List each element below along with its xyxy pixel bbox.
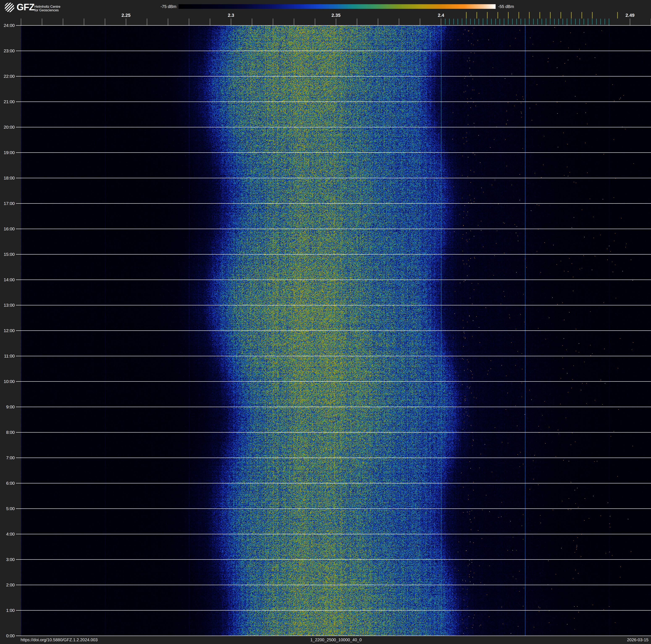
bluetooth-channel-tick — [462, 19, 462, 25]
bluetooth-channel-tick — [458, 19, 458, 25]
frequency-minor-tick — [336, 19, 336, 25]
wifi-channel-tick — [529, 12, 530, 19]
hour-gridline — [16, 280, 651, 280]
colorbar-min-label: -75 dBm — [145, 4, 177, 9]
wifi-channel-tick — [571, 12, 571, 19]
bluetooth-channel-tick — [470, 19, 471, 25]
time-tick-label: 12:00 — [0, 328, 15, 333]
frequency-minor-tick — [630, 19, 630, 25]
bluetooth-channel-tick — [609, 19, 609, 25]
bluetooth-channel-tick — [512, 19, 513, 25]
wifi-channel-tick — [497, 12, 498, 19]
hour-gridline — [16, 559, 651, 560]
hour-gridline — [16, 407, 651, 407]
time-tick-label: 9:00 — [0, 404, 15, 409]
hour-gridline — [16, 127, 651, 127]
time-tick-label: 15:00 — [0, 252, 15, 257]
logo-org-line1: Helmholtz Centre — [34, 5, 60, 8]
time-tick-label: 5:00 — [0, 506, 15, 511]
time-tick-label: 1:00 — [0, 608, 15, 613]
frequency-tick-label: 2.3 — [220, 12, 242, 18]
frequency-minor-tick — [252, 19, 252, 25]
bluetooth-channel-tick — [588, 19, 588, 25]
hour-gridline — [16, 636, 651, 636]
bluetooth-channel-tick — [517, 19, 517, 25]
bluetooth-channel-tick — [596, 19, 597, 25]
bluetooth-channel-tick — [541, 19, 542, 25]
time-tick-label: 18:00 — [0, 176, 15, 180]
bluetooth-channel-tick — [554, 19, 555, 25]
hour-gridline — [16, 330, 651, 331]
spectrogram-page: GFZ Helmholtz Centre for Geosciences -75… — [0, 0, 651, 644]
time-tick-label: 6:00 — [0, 481, 15, 486]
bluetooth-channel-tick — [478, 19, 479, 25]
hour-gridline — [16, 51, 651, 51]
bluetooth-channel-tick — [546, 19, 546, 25]
frequency-tick-label: 2.49 — [620, 12, 641, 18]
hour-gridline — [16, 152, 651, 153]
bluetooth-channel-tick — [558, 19, 559, 25]
colorbar-max-label: -55 dBm — [498, 4, 530, 9]
time-tick-label: 4:00 — [0, 531, 15, 536]
frequency-minor-tick — [63, 19, 63, 25]
frequency-minor-tick — [357, 19, 357, 25]
wifi-channel-tick — [539, 12, 540, 19]
bluetooth-channel-tick — [466, 19, 466, 25]
frequency-minor-tick — [210, 19, 210, 25]
frequency-minor-tick — [168, 19, 168, 25]
bluetooth-channel-tick — [495, 19, 496, 25]
wifi-channel-tick — [550, 12, 551, 19]
time-tick-label: 21:00 — [0, 99, 15, 104]
bluetooth-channel-tick — [584, 19, 584, 25]
time-tick-label: 0:00 — [0, 633, 15, 638]
logo-brand-text: GFZ — [17, 2, 34, 12]
bluetooth-channel-tick — [521, 19, 521, 25]
time-tick-label: 14:00 — [0, 277, 15, 282]
frequency-minor-tick — [84, 19, 84, 25]
bluetooth-channel-tick — [600, 19, 601, 25]
hour-gridline — [16, 178, 651, 178]
frequency-tick-label: 2.25 — [116, 12, 136, 18]
hour-gridline — [16, 229, 651, 229]
bluetooth-channel-tick — [504, 19, 504, 25]
time-tick-label: 17:00 — [0, 201, 15, 206]
bluetooth-channel-tick — [550, 19, 550, 25]
wifi-channel-tick — [560, 12, 561, 19]
bluetooth-channel-tick — [508, 19, 508, 25]
time-tick-label: 16:00 — [0, 226, 15, 231]
time-tick-label: 20:00 — [0, 125, 15, 130]
gfz-globe-icon — [5, 2, 14, 12]
bluetooth-channel-tick — [592, 19, 592, 25]
time-tick-label: 19:00 — [0, 150, 15, 155]
frequency-minor-tick — [126, 19, 126, 25]
frequency-minor-tick — [378, 19, 378, 25]
bluetooth-channel-tick — [445, 19, 445, 25]
hour-gridline — [16, 76, 651, 77]
time-tick-label: 22:00 — [0, 74, 15, 79]
wifi-channel-tick — [476, 12, 477, 19]
time-tick-label: 3:00 — [0, 557, 15, 562]
bluetooth-channel-tick — [500, 19, 500, 25]
time-tick-label: 8:00 — [0, 430, 15, 435]
bluetooth-channel-tick — [529, 19, 529, 25]
hour-gridline — [16, 585, 651, 585]
date-text: 2026-03-15 — [627, 636, 649, 644]
hour-gridline — [16, 508, 651, 509]
frequency-tick-label: 2.35 — [326, 12, 346, 18]
bluetooth-channel-tick — [483, 19, 483, 25]
hour-gridline — [16, 254, 651, 255]
colorbar-gradient — [179, 4, 496, 9]
frequency-minor-tick — [21, 19, 21, 25]
hour-gridline — [16, 534, 651, 534]
hour-gridline — [16, 483, 651, 484]
hour-gridline — [16, 101, 651, 102]
hour-gridline — [16, 381, 651, 382]
frequency-minor-tick — [231, 19, 231, 25]
logo-org-name: Helmholtz Centre for Geosciences — [34, 5, 60, 12]
frequency-minor-tick — [273, 19, 273, 25]
dataset-id-text: 1_2200_2500_10000_40_0 — [21, 636, 651, 644]
hour-gridline — [16, 203, 651, 204]
frequency-minor-tick — [315, 19, 315, 25]
bluetooth-channel-tick — [487, 19, 488, 25]
time-tick-label: 23:00 — [0, 48, 15, 53]
